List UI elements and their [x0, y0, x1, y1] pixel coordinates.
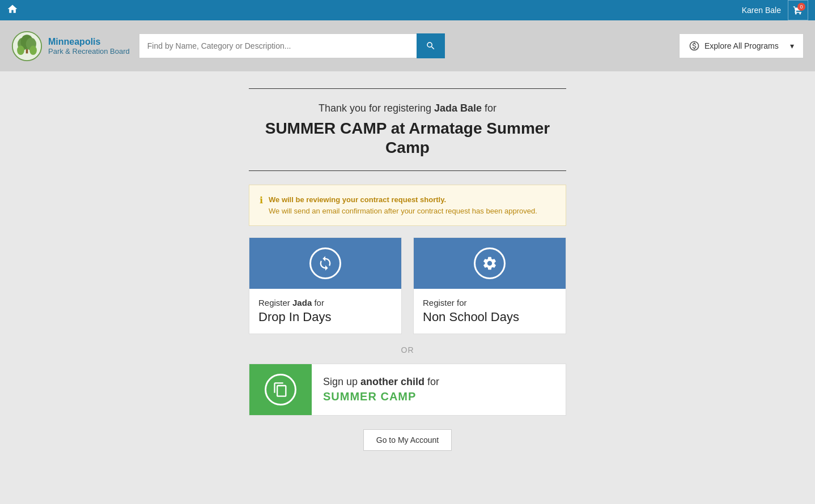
drop-in-label: Register Jada for [258, 298, 392, 307]
signup-pre: Sign up [323, 376, 360, 387]
non-school-title: Non School Days [423, 310, 557, 324]
signup-program: SUMMER CAMP [323, 390, 439, 403]
thank-you-pre: Thank you for registering [319, 102, 434, 114]
top-divider [249, 88, 566, 89]
logo-image [11, 31, 43, 62]
camp-title: SUMMER CAMP at Armatage Summer Camp [249, 119, 566, 157]
non-school-icon [474, 247, 506, 279]
drop-in-name: Jada [292, 298, 312, 307]
drop-in-pre: Register [258, 298, 292, 307]
main-content: Thank you for registering Jada Bale for … [0, 71, 815, 473]
non-school-label: Register for [423, 298, 557, 307]
search-input[interactable] [139, 33, 417, 58]
svg-rect-4 [26, 49, 28, 53]
logo-area: Minneapolis Park & Recreation Board [11, 31, 130, 62]
non-school-card-header [414, 238, 566, 289]
info-icon: ℹ [260, 195, 263, 206]
explore-programs-button[interactable]: Explore All Programs ▾ [679, 33, 804, 58]
logo-main: Minneapolis [48, 37, 130, 47]
home-icon[interactable] [7, 3, 18, 18]
non-school-card-body: Register for Non School Days [414, 289, 566, 334]
notice-box: ℹ We will be reviewing your contract req… [249, 185, 566, 226]
content-card: Thank you for registering Jada Bale for … [249, 88, 566, 451]
signup-icon [265, 374, 296, 405]
signup-bold: another child [360, 376, 425, 387]
notice-bold: We will be reviewing your contract reque… [269, 195, 446, 204]
thank-you-post: for [482, 102, 496, 114]
signup-post: for [425, 376, 439, 387]
header-bar: Minneapolis Park & Recreation Board Expl… [0, 20, 815, 71]
svg-point-6 [29, 45, 37, 54]
action-cards: Register Jada for Drop In Days Regi [249, 237, 566, 334]
thank-you-text: Thank you for registering Jada Bale for [249, 102, 566, 114]
drop-in-post: for [312, 298, 324, 307]
signup-card-icon [249, 364, 312, 415]
or-divider: OR [249, 345, 566, 354]
signup-text: Sign up another child for [323, 376, 439, 388]
account-btn-wrap: Go to My Account [249, 429, 566, 451]
go-to-account-button[interactable]: Go to My Account [363, 429, 452, 451]
user-name: Karen Bale [742, 6, 781, 15]
signup-card-body: Sign up another child for SUMMER CAMP [312, 364, 451, 415]
svg-point-5 [17, 45, 24, 54]
notice-text: We will be reviewing your contract reque… [269, 194, 537, 216]
logo-sub: Park & Recreation Board [48, 47, 130, 55]
drop-in-icon [309, 247, 341, 279]
drop-in-card-body: Register Jada for Drop In Days [249, 289, 401, 334]
explore-btn-inner: Explore All Programs [689, 40, 779, 52]
explore-label: Explore All Programs [704, 41, 779, 50]
cart-badge: 0 [797, 3, 805, 11]
notice-body: We will send an email confirmation after… [269, 207, 537, 215]
logo-text: Minneapolis Park & Recreation Board [48, 37, 130, 55]
top-nav-right: Karen Bale 0 [742, 0, 808, 20]
drop-in-card-header [249, 238, 401, 289]
explore-chevron-icon: ▾ [790, 41, 794, 50]
registrant-name: Jada Bale [434, 102, 482, 114]
search-area [139, 33, 445, 58]
signup-card[interactable]: Sign up another child for SUMMER CAMP [249, 364, 566, 416]
cart-button[interactable]: 0 [788, 0, 808, 20]
bottom-divider [249, 170, 566, 171]
non-school-card[interactable]: Register for Non School Days [413, 237, 566, 334]
drop-in-title: Drop In Days [258, 310, 392, 324]
search-button[interactable] [417, 33, 445, 58]
top-nav: Karen Bale 0 [0, 0, 815, 20]
drop-in-card[interactable]: Register Jada for Drop In Days [249, 237, 402, 334]
